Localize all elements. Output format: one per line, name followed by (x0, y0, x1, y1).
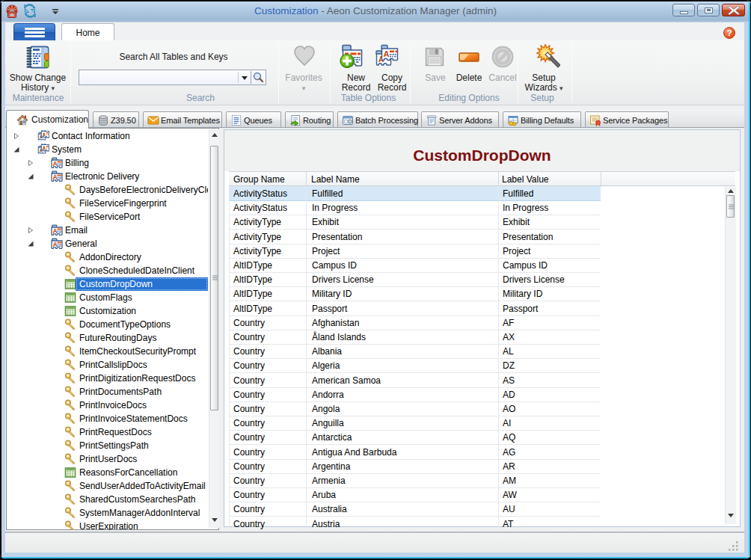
svg-text:A: A (384, 49, 390, 58)
